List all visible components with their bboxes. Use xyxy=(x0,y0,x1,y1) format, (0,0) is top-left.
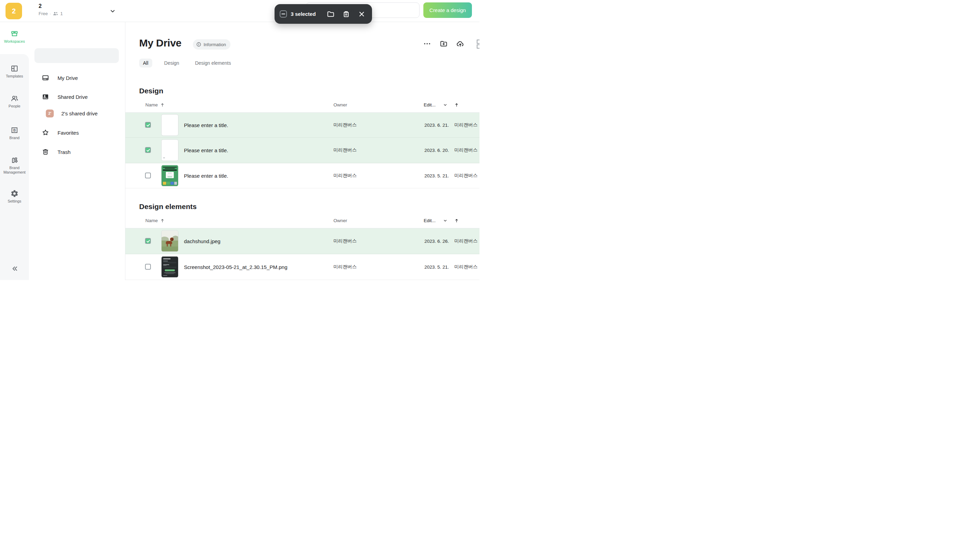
members-icon xyxy=(53,11,59,16)
more-options-icon[interactable] xyxy=(423,40,431,48)
rail-item-label: People xyxy=(9,104,20,108)
view-toggle-icon[interactable] xyxy=(476,39,480,49)
workspace-avatar[interactable]: 2 xyxy=(5,3,22,19)
table-row[interactable]: dachshund.jpeg 미리캔버스 2023. 6. 26. 미리캔버스 xyxy=(125,228,480,254)
file-editor: 미리캔버스 xyxy=(454,122,478,128)
column-header-name[interactable]: Name xyxy=(145,218,165,223)
information-button[interactable]: Information xyxy=(193,39,231,49)
image-thumbnail[interactable] xyxy=(161,256,178,278)
file-editor: 미리캔버스 xyxy=(454,173,478,179)
table-row[interactable]: Please enter a title. 미리캔버스 2023. 5. 21.… xyxy=(125,163,480,189)
selection-toolbar: 3 selected xyxy=(274,4,372,24)
table-row[interactable]: Please enter a title. 미리캔버스 2023. 6. 21.… xyxy=(125,113,480,138)
close-icon[interactable] xyxy=(358,10,366,18)
design-thumbnail[interactable] xyxy=(161,165,178,186)
double-chevron-left-icon xyxy=(10,264,19,273)
file-name[interactable]: dachshund.jpeg xyxy=(184,238,220,244)
section-heading-design: Design xyxy=(139,87,163,95)
file-owner: 미리캔버스 xyxy=(333,264,357,270)
collapse-sidebar-button[interactable] xyxy=(0,264,29,273)
design-thumbnail[interactable] xyxy=(161,114,178,136)
design-elements-table-header: Name Owner Edit... xyxy=(125,218,480,228)
miricanvas-drive-app: 2 2 Free · 1 Search 3 selected xyxy=(0,0,480,280)
sidebar-item-label: 2's shared drive xyxy=(61,111,97,116)
chevron-down-icon[interactable] xyxy=(443,218,448,223)
filter-tabs: All Design Design elements xyxy=(139,59,234,67)
plan-label: Free xyxy=(38,11,48,16)
sort-direction-icon[interactable] xyxy=(454,218,459,223)
file-owner: 미리캔버스 xyxy=(333,173,357,179)
workspace-name: 2 xyxy=(38,3,42,9)
move-to-folder-icon[interactable] xyxy=(327,10,335,18)
workspace-initial: 2 xyxy=(12,7,16,15)
column-header-owner[interactable]: Owner xyxy=(333,218,347,223)
sidebar-item-shared-drive[interactable]: Shared Drive xyxy=(29,89,125,104)
file-edited-date: 2023. 6. 26. xyxy=(424,238,449,243)
top-bar: 2 2 Free · 1 Search 3 selected xyxy=(0,0,480,22)
design-thumbnail[interactable] xyxy=(161,140,178,161)
column-header-edited[interactable]: Edit... xyxy=(424,218,459,223)
rail-item-templates[interactable]: Templates xyxy=(0,64,29,78)
workspace-switcher-chevron-icon[interactable] xyxy=(109,7,116,15)
new-folder-icon[interactable] xyxy=(440,40,448,48)
tab-design[interactable]: Design xyxy=(161,59,183,67)
tab-all[interactable]: All xyxy=(139,59,152,67)
rail-item-brand-management[interactable]: Brand Management xyxy=(0,156,29,175)
section-heading-design-elements: Design elements xyxy=(139,202,197,211)
file-edited-date: 2023. 5. 21. xyxy=(424,173,449,178)
row-checkbox-unchecked[interactable] xyxy=(145,173,151,178)
rail-item-brand[interactable]: B Brand xyxy=(0,126,29,140)
rail-item-settings[interactable]: Settings xyxy=(0,189,29,204)
file-owner: 미리캔버스 xyxy=(333,122,357,128)
selection-count-label: 3 selected xyxy=(291,11,316,17)
column-header-owner[interactable]: Owner xyxy=(333,102,347,107)
file-name[interactable]: Screenshot_2023-05-21_at_2.30.15_PM.png xyxy=(184,264,287,270)
delete-icon[interactable] xyxy=(342,10,350,18)
people-icon xyxy=(10,94,19,103)
workspace-meta: Free · 1 xyxy=(38,11,63,16)
sidebar-item-label: My Drive xyxy=(57,75,78,81)
sidebar-item-shared-drive-2[interactable]: 2' 2's shared drive xyxy=(29,106,125,121)
image-thumbnail[interactable] xyxy=(161,230,178,252)
row-checkbox-checked[interactable] xyxy=(145,147,151,153)
rail-item-people[interactable]: People xyxy=(0,94,29,108)
row-checkbox-unchecked[interactable] xyxy=(145,264,151,270)
rail-item-workspaces[interactable]: Workspaces xyxy=(0,30,29,44)
page-title: My Drive xyxy=(139,37,182,49)
workspaces-icon xyxy=(10,30,19,38)
file-name[interactable]: Please enter a title. xyxy=(184,147,228,153)
member-count: 1 xyxy=(60,11,63,16)
file-edited-date: 2023. 5. 21. xyxy=(424,264,449,269)
header-actions xyxy=(423,40,464,48)
navigation-rail: Workspaces Templates People B Brand Bran… xyxy=(0,22,29,280)
tab-design-elements[interactable]: Design elements xyxy=(191,59,234,67)
drive-sidebar: My Design My Drive Shared Drive 2' 2's s… xyxy=(29,22,125,280)
sidebar-item-label: Shared Drive xyxy=(57,94,88,100)
upload-icon[interactable] xyxy=(456,40,464,48)
row-checkbox-checked[interactable] xyxy=(145,122,151,128)
create-design-button[interactable]: Create a design xyxy=(423,2,472,18)
select-all-checkbox[interactable] xyxy=(280,10,287,18)
rail-item-label: Templates xyxy=(6,74,23,78)
shared-drive-icon xyxy=(42,93,49,100)
main-content: My Drive Information All Design Design e xyxy=(125,22,480,280)
info-icon xyxy=(196,42,202,47)
column-header-edited[interactable]: Edit... xyxy=(424,102,459,107)
sidebar-item-favorites[interactable]: Favorites xyxy=(29,125,125,140)
file-edited-date: 2023. 6. 20. xyxy=(424,148,449,153)
sidebar-item-trash[interactable]: Trash xyxy=(29,144,125,159)
trash-icon xyxy=(42,148,49,156)
chevron-down-icon[interactable] xyxy=(443,102,448,107)
file-editor: 미리캔버스 xyxy=(454,264,478,270)
table-row[interactable]: Please enter a title. 미리캔버스 2023. 6. 20.… xyxy=(125,138,480,163)
brand-icon: B xyxy=(10,126,19,134)
sidebar-item-my-drive[interactable]: My Drive xyxy=(29,70,125,86)
row-checkbox-checked[interactable] xyxy=(145,238,151,244)
table-row[interactable]: Screenshot_2023-05-21_at_2.30.15_PM.png … xyxy=(125,254,480,280)
column-header-name[interactable]: Name xyxy=(145,102,165,107)
file-name[interactable]: Please enter a title. xyxy=(184,122,228,128)
rail-item-label: Brand xyxy=(9,136,19,140)
file-editor: 미리캔버스 xyxy=(454,238,478,244)
sort-direction-icon[interactable] xyxy=(454,102,459,107)
file-name[interactable]: Please enter a title. xyxy=(184,173,228,178)
